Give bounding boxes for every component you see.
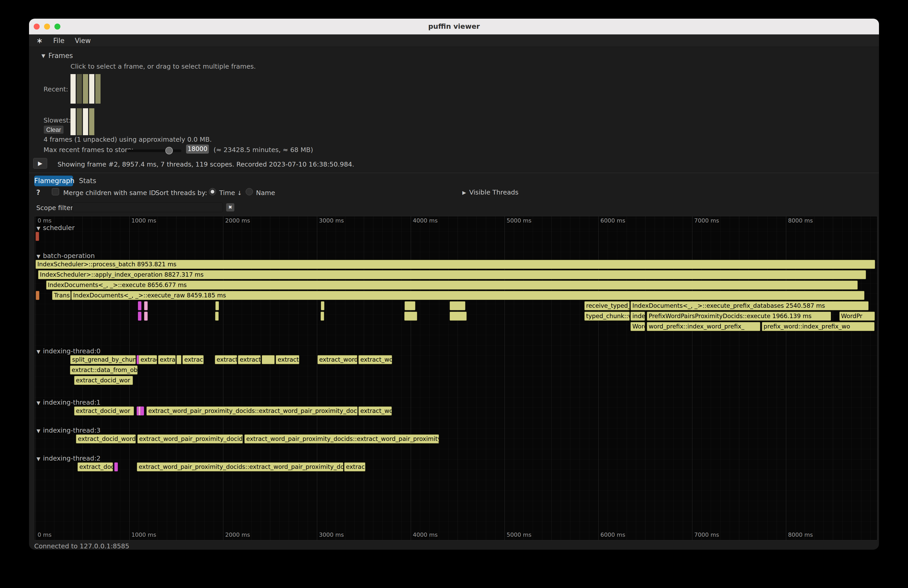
scope-bar[interactable]: extract_word_pair_proximity_docids (137, 434, 243, 443)
menu-view[interactable]: View (75, 37, 91, 45)
scope-bar[interactable]: IndexScheduler>::apply_index_operation 8… (38, 270, 866, 279)
scope-bar[interactable]: WordPr (839, 312, 875, 321)
frame-thumbnail[interactable] (77, 108, 82, 135)
thread-header-indexing-thread-0[interactable]: ▼indexing-thread:0 (37, 347, 101, 355)
scope-bar[interactable]: extract_wo (358, 355, 392, 364)
scope-bar[interactable] (114, 463, 118, 471)
scope-bar[interactable]: extrac (344, 463, 365, 471)
sort-name-label[interactable]: Name (256, 189, 275, 197)
visible-threads-toggle[interactable]: ▶ Visible Threads (462, 189, 518, 196)
flamegraph-canvas[interactable]: 0 ms0 ms1000 ms1000 ms2000 ms2000 ms3000… (34, 216, 877, 540)
scope-bar[interactable]: extract_doc (77, 463, 113, 471)
frame-thumbnail[interactable] (95, 74, 101, 104)
scope-bar[interactable] (215, 301, 219, 310)
scope-bar[interactable]: extrac (182, 355, 204, 364)
tab-stats[interactable]: Stats (76, 176, 99, 186)
thread-header-indexing-thread-1[interactable]: ▼indexing-thread:1 (37, 398, 101, 406)
clear-filter-button[interactable]: ✖ (226, 203, 235, 212)
scope-bar[interactable] (320, 312, 324, 321)
scope-bar[interactable]: IndexDocuments<_, _>::execute_prefix_dat… (631, 301, 869, 310)
scope-bar[interactable]: index (631, 312, 645, 321)
frame-thumbnail[interactable] (77, 74, 82, 104)
close-window-button[interactable] (34, 24, 40, 29)
scope-filter-input[interactable] (72, 202, 223, 212)
thread-header-scheduler[interactable]: ▼scheduler (37, 224, 75, 231)
menubar: ∗ File View (29, 34, 879, 47)
scope-bar[interactable]: IndexScheduler>::process_batch 8953.821 … (35, 260, 875, 269)
frame-thumbnail[interactable] (71, 108, 76, 135)
thread-header-indexing-thread-3[interactable]: ▼indexing-thread:3 (37, 427, 101, 434)
scope-bar[interactable]: extract (138, 355, 157, 364)
scope-bar[interactable]: extra (158, 355, 176, 364)
scope-bar[interactable]: Trans (52, 291, 71, 300)
max-frames-note: (≈ 23428.5 minutes, ≈ 68 MB) (214, 146, 313, 154)
scope-bar[interactable]: extract (276, 355, 299, 364)
scope-bar[interactable]: extract_ (238, 355, 261, 364)
scope-bar[interactable]: extract_docid_word (76, 434, 136, 443)
scope-bar[interactable]: IndexDocuments<_, _>::execute 8656.677 m… (46, 281, 858, 289)
scope-bar[interactable]: word_prefix::index_word_prefix_ (647, 322, 760, 331)
frame-thumbnail[interactable] (83, 108, 88, 135)
scope-bar[interactable]: split_grenad_by_chun (70, 355, 135, 364)
max-frames-value[interactable]: 18000 (186, 145, 209, 154)
thread-header-batch-operation[interactable]: ▼batch-operation (37, 252, 95, 260)
scope-bar[interactable] (215, 312, 219, 321)
time-axis-label: 3000 ms (319, 532, 344, 538)
frame-thumbnail[interactable] (89, 108, 94, 135)
scope-bar[interactable]: extract_ (215, 355, 237, 364)
scope-bar[interactable]: extract_wo (358, 406, 392, 416)
scope-bar[interactable] (404, 312, 417, 321)
scope-bar[interactable] (449, 312, 467, 321)
scope-bar[interactable]: receive_typed_ (584, 301, 630, 310)
thread-header-indexing-thread-2[interactable]: ▼indexing-thread:2 (37, 455, 101, 462)
frame-thumbnail[interactable] (89, 74, 94, 104)
scope-bar[interactable] (177, 355, 181, 364)
scope-bar[interactable]: extract_word (317, 355, 357, 364)
scope-bar[interactable]: prefix_word::index_prefix_wo (762, 322, 874, 331)
merge-checkbox-label[interactable]: Merge children with same ID (63, 189, 156, 197)
scope-bar[interactable] (144, 312, 148, 321)
menu-file[interactable]: File (53, 37, 64, 45)
minimize-window-button[interactable] (44, 24, 50, 29)
recent-frames-thumbnails[interactable] (71, 74, 101, 104)
scope-bar[interactable]: extract_word_pair_proximity_docids::extr… (245, 434, 439, 443)
scope-bar[interactable]: extract_word_pair_proximity_docids::extr… (137, 463, 343, 471)
tab-flamegraph[interactable]: Flamegraph (34, 176, 73, 186)
scope-bar[interactable]: PrefixWordPairsProximityDocids::execute … (647, 312, 831, 321)
scope-bar[interactable]: extract_docid_wor (74, 376, 133, 385)
frame-thumbnail[interactable] (71, 74, 76, 104)
merge-checkbox[interactable] (52, 188, 59, 195)
slowest-frames-thumbnails[interactable] (71, 108, 94, 135)
sort-time-text: Time (219, 189, 235, 197)
sort-time-label[interactable]: Time ↓ (219, 189, 242, 197)
theme-toggle-icon[interactable]: ∗ (36, 36, 43, 45)
scope-bar[interactable] (321, 301, 324, 310)
scope-bar[interactable] (404, 301, 415, 310)
scope-bar[interactable]: typed_chunk::w (584, 312, 630, 321)
zoom-window-button[interactable] (55, 24, 60, 29)
slider-knob[interactable] (165, 147, 173, 154)
time-axis-label: 6000 ms (601, 532, 625, 538)
play-button[interactable]: ▶ (33, 158, 47, 169)
scope-bar[interactable]: Word (631, 322, 645, 331)
help-button[interactable]: ? (36, 189, 40, 196)
scope-bar[interactable] (449, 301, 465, 310)
frame-thumbnail[interactable] (83, 74, 88, 104)
scope-bar[interactable]: extract::data_from_ob (70, 365, 138, 374)
scope-bar[interactable] (140, 406, 144, 416)
scope-bar[interactable] (36, 291, 39, 300)
scope-bar[interactable] (144, 301, 148, 310)
time-axis-label: 7000 ms (694, 217, 719, 224)
sort-time-radio[interactable] (209, 188, 216, 195)
sort-name-radio[interactable] (246, 188, 253, 195)
scope-bar[interactable] (138, 312, 142, 321)
scope-bar[interactable]: IndexDocuments<_, _>::execute_raw 8459.1… (71, 291, 865, 300)
scope-bar[interactable]: extract_docid_wor (74, 406, 134, 416)
scope-bar[interactable] (262, 355, 275, 364)
scope-bar[interactable]: extract_word_pair_proximity_docids::extr… (147, 406, 357, 416)
scope-bar[interactable] (35, 232, 39, 241)
scope-bar[interactable] (138, 301, 142, 310)
max-frames-slider[interactable] (127, 149, 181, 152)
frames-section-header[interactable]: ▼ Frames (42, 52, 73, 59)
clear-button[interactable]: Clear (43, 125, 64, 134)
